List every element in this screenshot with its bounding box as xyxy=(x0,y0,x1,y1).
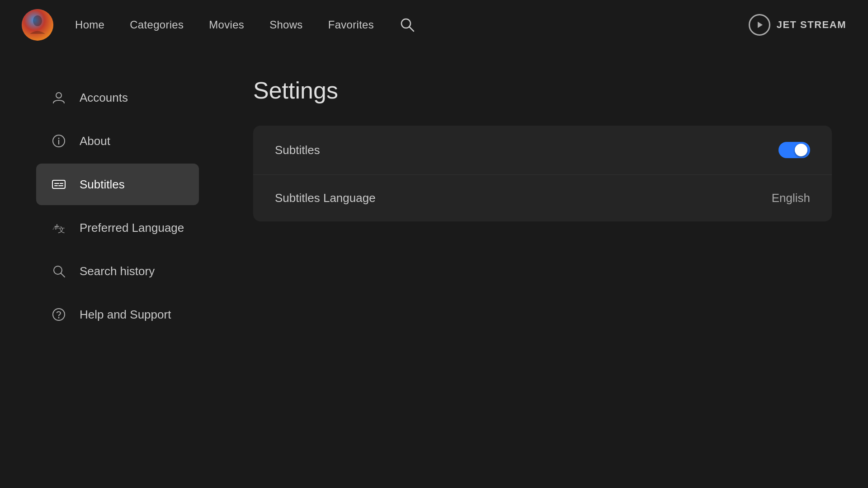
sidebar-subtitles-label: Subtitles xyxy=(80,178,125,192)
person-icon xyxy=(51,89,67,106)
svg-point-21 xyxy=(58,317,60,319)
sidebar-item-preferred-language[interactable]: A 文 Preferred Language xyxy=(36,207,199,249)
brand-play-icon xyxy=(749,14,770,36)
settings-title: Settings xyxy=(253,77,832,104)
nav-favorites[interactable]: Favorites xyxy=(328,19,374,31)
toggle-knob xyxy=(795,144,807,156)
sidebar-search-history-label: Search history xyxy=(80,264,155,278)
sidebar-item-subtitles[interactable]: Subtitles xyxy=(36,164,199,205)
main-nav: Home Categories Movies Shows Favorites xyxy=(75,17,749,33)
svg-marker-4 xyxy=(758,22,763,28)
svg-line-3 xyxy=(409,27,414,31)
nav-home[interactable]: Home xyxy=(75,19,104,31)
nav-categories[interactable]: Categories xyxy=(130,19,184,31)
sidebar-about-label: About xyxy=(80,134,110,148)
svg-point-1 xyxy=(33,15,42,26)
brand-area: JET STREAM xyxy=(749,14,846,36)
subtitles-toggle[interactable] xyxy=(778,142,810,158)
header: Home Categories Movies Shows Favorites J… xyxy=(0,0,868,50)
svg-text:A: A xyxy=(52,224,57,231)
sidebar-preferred-language-label: Preferred Language xyxy=(80,221,184,235)
sidebar-item-help-support[interactable]: Help and Support xyxy=(36,294,199,335)
translate-icon: A 文 xyxy=(51,220,67,236)
sidebar-item-about[interactable]: About xyxy=(36,120,199,162)
svg-rect-9 xyxy=(52,180,65,188)
svg-text:文: 文 xyxy=(58,226,65,234)
subtitles-language-value: English xyxy=(772,191,810,205)
svg-line-19 xyxy=(61,273,65,277)
sidebar-item-search-history[interactable]: Search history xyxy=(36,250,199,292)
nav-movies[interactable]: Movies xyxy=(209,19,244,31)
subtitles-label: Subtitles xyxy=(275,143,320,157)
svg-point-20 xyxy=(53,309,65,320)
content-area: Settings Subtitles Subtitles Language En… xyxy=(217,50,868,488)
svg-point-5 xyxy=(56,93,61,98)
settings-row-subtitles-language[interactable]: Subtitles Language English xyxy=(253,175,832,221)
help-icon xyxy=(51,306,67,323)
search-button[interactable] xyxy=(399,17,415,33)
info-icon xyxy=(51,133,67,149)
sidebar-item-accounts[interactable]: Accounts xyxy=(36,77,199,118)
sidebar: Accounts About xyxy=(0,50,217,488)
settings-card: Subtitles Subtitles Language English xyxy=(253,126,832,221)
sidebar-accounts-label: Accounts xyxy=(80,91,128,105)
main-content: Accounts About xyxy=(0,50,868,488)
sidebar-help-support-label: Help and Support xyxy=(80,308,171,322)
subtitles-icon xyxy=(51,176,67,192)
subtitles-language-label: Subtitles Language xyxy=(275,191,376,205)
svg-point-8 xyxy=(58,138,60,139)
settings-row-subtitles: Subtitles xyxy=(253,126,832,175)
nav-shows[interactable]: Shows xyxy=(269,19,303,31)
avatar[interactable] xyxy=(22,9,53,41)
search-icon xyxy=(51,263,67,279)
brand-name: JET STREAM xyxy=(777,19,846,31)
